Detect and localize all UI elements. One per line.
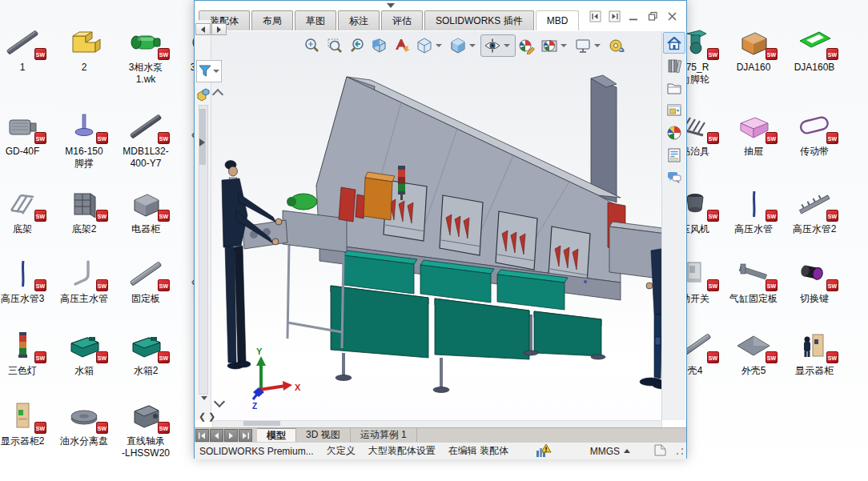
desktop-icon-DJA160B[interactable]: SWDJA160B [784,26,845,74]
scroll-left-arrow[interactable]: ❮ [199,412,206,420]
desktop-icon-3相水泵-1.wk[interactable]: SW3相水泵 1.wk [115,26,176,86]
hide-show-items-dropdown-caret-icon[interactable] [504,44,510,47]
desktop-icon-抽屉[interactable]: SW抽屉 [723,110,784,158]
view-settings-button[interactable] [572,35,605,56]
file-explorer-button[interactable] [663,77,685,98]
desktop-icon-电器柜[interactable]: SW电器柜 [115,188,176,235]
desktop-icon-高压水管2[interactable]: SW高压水管2 [784,188,845,235]
desktop-icon-三色灯[interactable]: SW三色灯 [0,330,53,377]
minimize-button[interactable] [628,10,640,22]
hide-show-items-button[interactable] [480,34,516,57]
commandmanager-tab-草图[interactable]: 草图 [295,10,336,30]
commandmanager-tab-布局[interactable]: 布局 [251,10,293,30]
view-orientation-dropdown-caret-icon[interactable] [436,44,442,47]
graphics-viewport[interactable]: Y X Z [211,31,662,420]
model-tab-3D-视图[interactable]: 3D 视图 [296,428,351,443]
desktop-icon-高压水管3[interactable]: SW高压水管3 [0,258,53,305]
view-settings-dropdown-caret-icon[interactable] [594,44,601,47]
file-thumbnail-icon: SW [65,258,103,290]
commandmanager-collapse-arrow-icon[interactable] [387,3,395,8]
model-tab-运动算例-1[interactable]: 运动算例 1 [351,428,417,443]
scrollbar-thumb[interactable] [243,421,280,426]
desktop-icon-传动带[interactable]: SW传动带 [784,110,845,158]
desktop-icon-GD-40F[interactable]: SWGD-40F [0,110,53,158]
desktop-icon-底架[interactable]: SW底架 [0,188,53,235]
desktop-icon-M16-150-脚撑[interactable]: SWM16-150 脚撑 [54,110,115,170]
desktop-icon-显示器柜[interactable]: SW显示器柜 [784,330,845,377]
zoom-to-area-button[interactable] [323,35,346,56]
solidworks-resources-button[interactable] [663,32,685,54]
desktop-icon-高压主水管[interactable]: SW高压主水管 [54,258,115,305]
previous-view-button[interactable] [346,35,368,56]
display-style-dropdown-caret-icon[interactable] [469,44,476,47]
file-thumbnail-icon: SW [65,110,103,142]
desktop-icon-高压水管[interactable]: SW高压水管 [723,188,784,235]
desktop-icon-外壳5[interactable]: SW外壳5 [723,330,784,377]
filter-button[interactable] [196,60,222,82]
restore-button[interactable] [647,10,659,22]
section-view-button[interactable] [368,35,391,56]
commandmanager-tab-SOLIDWORKS-插件[interactable]: SOLIDWORKS 插件 [424,10,534,30]
desktop-icon-水箱2[interactable]: SW水箱2 [115,330,176,377]
desktop-icon-1[interactable]: SW1 [0,26,53,74]
edit-appearance-button[interactable] [516,35,538,56]
resize-grip[interactable] [675,447,685,456]
first-tab-button[interactable] [195,429,209,442]
desktop-icon-水箱[interactable]: SW水箱 [54,330,115,377]
custom-properties-button[interactable] [663,144,685,166]
desktop-icon-底架2[interactable]: SW底架2 [54,188,115,235]
desktop-icon-label: 三色灯 [0,365,53,377]
commandmanager-tab-MBD[interactable]: MBD [536,10,580,30]
desktop-icon-DJA160[interactable]: SWDJA160 [723,26,784,74]
scroll-right-arrow[interactable]: ❯ [208,412,215,420]
tags-icon[interactable] [653,443,667,459]
solidworks-badge-icon: SW [766,48,778,60]
apply-scene-button[interactable] [538,35,572,56]
panel-dropdown-caret-icon[interactable] [201,396,207,400]
panel-splitter-left-button[interactable] [195,23,211,35]
previous-tab-button[interactable] [210,429,223,442]
next-window-button[interactable] [609,10,621,22]
desktop-icon-固定板[interactable]: SW固定板 [115,258,176,305]
previous-window-button[interactable] [589,10,601,22]
next-tab-button[interactable] [224,429,238,442]
commandmanager-tab-评估[interactable]: 评估 [381,10,423,30]
view-settings-icon [574,37,592,54]
desktop-icon-直线轴承--LHSSW20[interactable]: SW直线轴承 -LHSSW20 [115,400,176,459]
apply-scene-dropdown-caret-icon[interactable] [561,44,567,47]
solidworks-badge-icon: SW [766,210,778,222]
close-button[interactable] [666,10,678,22]
assembly-model[interactable]: Y X Z [211,31,662,420]
units-label: MMGS [590,446,620,457]
tree-flyout-arrow-icon[interactable] [199,138,205,146]
tree-vertical-scrollbar[interactable] [199,105,208,395]
zoom-to-fit-button[interactable] [301,35,323,56]
solidworks-badge-icon: SW [158,132,170,144]
appearances-scenes-button[interactable] [663,122,685,143]
design-library-button[interactable] [663,54,685,76]
last-tab-button[interactable] [239,429,252,442]
desktop-icon-显示器柜2[interactable]: SW显示器柜2 [0,400,53,447]
solidworks-badge-icon: SW [34,48,46,60]
assembly-visualization-warning-icon[interactable] [536,443,552,460]
view-orientation-button[interactable] [413,35,447,56]
commandmanager-tab-标注[interactable]: 标注 [338,10,380,30]
scrollbar-thumb[interactable] [199,109,206,165]
panel-splitter-right-button[interactable] [211,23,227,35]
desktop-icon-2[interactable]: 2 [54,26,115,74]
solidworks-resources-icon [665,34,683,52]
view-palette-button[interactable] [663,99,685,121]
desktop-icon-MDB1L32--400-Y7[interactable]: SWMDB1L32- 400-Y7 [115,110,176,170]
desktop-icon-label: DJA160 [723,62,784,74]
solidworks-badge-icon: SW [158,351,170,363]
solidworks-forum-button[interactable] [663,166,685,188]
desktop-icon-切换键[interactable]: SW切换键 [784,258,845,305]
units-selector[interactable]: MMGS [590,446,630,457]
model-tab-模型[interactable]: 模型 [257,428,296,443]
measure-button[interactable] [605,35,628,56]
dynamic-annotation-views-button[interactable] [391,35,413,56]
desktop-icon-油水分离盘[interactable]: SW油水分离盘 [54,400,115,447]
assembly-tree-node-icon[interactable] [196,87,211,105]
display-style-button[interactable] [447,35,480,56]
desktop-icon-气缸固定板[interactable]: SW气缸固定板 [723,258,784,305]
